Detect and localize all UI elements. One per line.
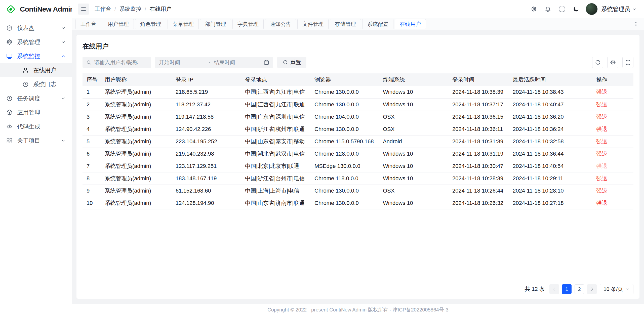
cell-last_active: 2024-11-18 10:32:58	[509, 135, 592, 148]
user-menu[interactable]: 系统管理员	[600, 5, 638, 13]
force-logout-link[interactable]: 强退	[596, 89, 607, 95]
sidebar: ContiNew Admin 仪表盘系统管理系统监控在线用户系统日志任务调度应用…	[0, 0, 72, 316]
cell-os: Windows 10	[379, 98, 448, 111]
tab-系统配置[interactable]: 系统配置	[362, 19, 393, 29]
cell-ip: 223.104.195.252	[172, 135, 241, 148]
search-input[interactable]	[94, 59, 147, 65]
app-title: ContiNew Admin	[20, 5, 74, 13]
tabs: 工作台用户管理角色管理菜单管理部门管理字典管理通知公告文件管理存储管理系统配置在…	[75, 19, 629, 29]
table-fullscreen-button[interactable]	[622, 57, 633, 68]
sidebar-item[interactable]: 系统监控	[0, 49, 72, 63]
grid-icon	[6, 137, 13, 144]
page-button-1[interactable]: 1	[562, 284, 572, 294]
sidebar-collapse-button[interactable]	[78, 4, 89, 15]
cell-login_time: 2024-11-18 10:26:44	[448, 185, 509, 197]
date-range-picker[interactable]: 开始时间 - 结束时间	[155, 57, 273, 68]
table-settings-button[interactable]	[607, 57, 618, 68]
cell-last_active: 2024-11-18 10:29:11	[509, 172, 592, 185]
next-page-button[interactable]	[587, 284, 597, 294]
page-size-select[interactable]: 10 条/页	[600, 284, 633, 294]
copyright-text: Copyright © 2022 - present ContiNew Admi…	[267, 306, 449, 313]
date-separator: -	[209, 59, 211, 65]
cell-login_time: 2024-11-18 10:38:39	[448, 86, 509, 98]
tab-bar: 工作台用户管理角色管理菜单管理部门管理字典管理通知公告文件管理存储管理系统配置在…	[72, 18, 644, 30]
dark-mode-button[interactable]	[570, 3, 582, 15]
chevron-down-icon	[61, 96, 66, 101]
tab-在线用户[interactable]: 在线用户	[395, 19, 426, 29]
tab-文件管理[interactable]: 文件管理	[297, 19, 329, 29]
box-icon	[6, 109, 13, 116]
tab-more-button[interactable]	[631, 20, 640, 29]
column-header: 浏览器	[310, 73, 379, 86]
sidebar-item[interactable]: 应用管理	[0, 105, 72, 119]
sidebar-subitem[interactable]: 系统日志	[0, 77, 72, 91]
tab-字典管理[interactable]: 字典管理	[232, 19, 264, 29]
tab-通知公告[interactable]: 通知公告	[265, 19, 296, 29]
cell-browser: Chrome 130.0.0.0	[310, 123, 379, 135]
sidebar-item[interactable]: 任务调度	[0, 91, 72, 105]
tab-菜单管理[interactable]: 菜单管理	[168, 19, 199, 29]
sidebar-item[interactable]: 关于项目	[0, 133, 72, 148]
moon-icon	[573, 6, 579, 12]
cell-no: 6	[83, 148, 101, 160]
fullscreen-button[interactable]	[556, 3, 568, 15]
chevron-down-icon	[632, 7, 636, 11]
cell-os: Android	[379, 135, 448, 148]
force-logout-link[interactable]: 强退	[596, 114, 607, 120]
breadcrumb-item[interactable]: 在线用户	[149, 5, 172, 13]
fullscreen-icon	[625, 60, 631, 65]
force-logout-link[interactable]: 强退	[596, 151, 607, 157]
cell-nickname: 系统管理员(admin)	[101, 86, 172, 98]
column-header: 终端系统	[379, 73, 448, 86]
sidebar-subitem-label: 系统日志	[33, 80, 66, 88]
sidebar-item[interactable]: 仪表盘	[0, 21, 72, 35]
force-logout-link[interactable]: 强退	[596, 200, 607, 206]
sidebar-item-label: 关于项目	[17, 137, 57, 145]
sidebar-item[interactable]: 代码生成	[0, 119, 72, 133]
cell-nickname: 系统管理员(admin)	[101, 111, 172, 123]
cell-nickname: 系统管理员(admin)	[101, 98, 172, 111]
cell-login_time: 2024-11-18 10:36:15	[448, 111, 509, 123]
force-logout-link: 强退	[596, 163, 607, 169]
sidebar-item[interactable]: 系统管理	[0, 35, 72, 49]
cell-browser: Chrome 130.0.0.0	[310, 86, 379, 98]
force-logout-link[interactable]: 强退	[596, 126, 607, 132]
prev-page-button[interactable]	[549, 284, 559, 294]
logo[interactable]: ContiNew Admin	[0, 0, 72, 18]
breadcrumb-item[interactable]: 系统监控	[119, 5, 141, 13]
sidebar-menu: 仪表盘系统管理系统监控在线用户系统日志任务调度应用管理代码生成关于项目	[0, 18, 72, 316]
chevron-down-icon	[61, 40, 66, 44]
table-refresh-button[interactable]	[592, 57, 603, 68]
notifications-button[interactable]	[542, 3, 554, 15]
force-logout-link[interactable]: 强退	[596, 175, 607, 182]
breadcrumb-item[interactable]: 工作台	[95, 5, 111, 13]
cell-browser: Chrome 130.0.0.0	[310, 185, 379, 197]
sidebar-subitem[interactable]: 在线用户	[0, 63, 72, 77]
tab-用户管理[interactable]: 用户管理	[103, 19, 134, 29]
tab-部门管理[interactable]: 部门管理	[200, 19, 231, 29]
cell-location: 中国|湖北省|武汉市|电信	[241, 148, 310, 160]
avatar[interactable]	[586, 3, 598, 15]
tab-工作台[interactable]: 工作台	[75, 19, 101, 29]
cell-os: Windows 10	[379, 160, 448, 172]
cell-no: 5	[83, 135, 101, 148]
hamburger-icon	[80, 6, 87, 12]
app-root: ContiNew Admin 仪表盘系统管理系统监控在线用户系统日志任务调度应用…	[0, 0, 644, 316]
cell-no: 9	[83, 185, 101, 197]
cell-ip: 218.65.5.219	[172, 86, 241, 98]
page-button-2[interactable]: 2	[575, 284, 584, 294]
cell-os: OSX	[379, 111, 448, 123]
search-box[interactable]	[83, 57, 151, 68]
force-logout-link[interactable]: 强退	[596, 188, 607, 194]
force-logout-link[interactable]: 强退	[596, 138, 607, 145]
cell-os: OSX	[379, 123, 448, 135]
reset-button[interactable]: 重置	[277, 57, 306, 68]
settings-button[interactable]	[528, 3, 540, 15]
refresh-icon	[595, 60, 601, 65]
cell-browser: Chrome 118.0.0.0	[310, 172, 379, 185]
force-logout-link[interactable]: 强退	[596, 101, 607, 108]
tab-存储管理[interactable]: 存储管理	[330, 19, 361, 29]
tab-角色管理[interactable]: 角色管理	[135, 19, 166, 29]
cell-nickname: 系统管理员(admin)	[101, 172, 172, 185]
table-row: 4系统管理员(admin)124.90.42.226中国|浙江省|杭州市|联通C…	[83, 123, 633, 135]
